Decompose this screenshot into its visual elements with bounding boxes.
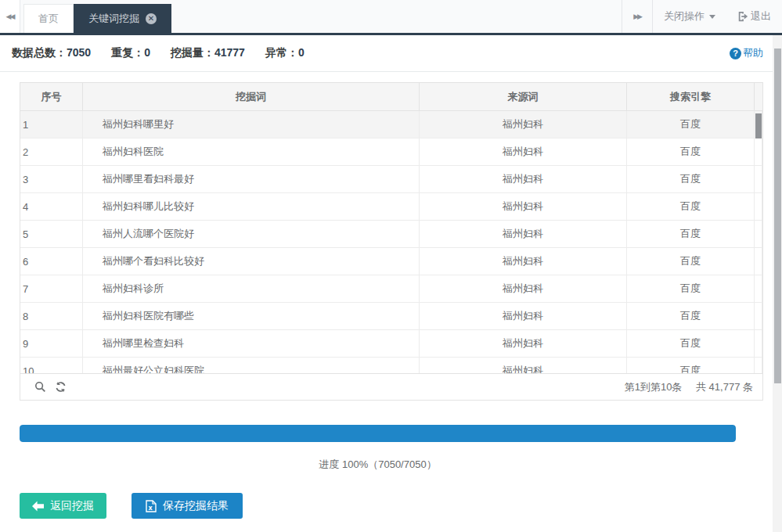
close-operations-dropdown[interactable]: 关闭操作 [653, 0, 726, 33]
cell-source: 福州妇科 [420, 275, 627, 302]
table-row[interactable]: 4 福州妇科哪儿比较好 福州妇科 百度 [20, 193, 762, 221]
cell-source: 福州妇科 [420, 138, 627, 165]
cell-keyword: 福州哪个看妇科比较好 [83, 248, 420, 275]
main-content: 序号 挖掘词 来源词 搜索引擎 1 福州妇科哪里好 福州妇科 百度 2 福州妇科… [0, 72, 782, 519]
cell-spacer [755, 358, 762, 374]
cell-engine: 百度 [627, 275, 755, 302]
cell-source: 福州妇科 [420, 221, 627, 247]
page-scrollbar-thumb[interactable] [774, 49, 781, 383]
table-header-row: 序号 挖掘词 来源词 搜索引擎 [20, 83, 762, 111]
cell-spacer [755, 166, 762, 192]
cell-source: 福州妇科 [420, 111, 627, 138]
save-results-label: 保存挖掘结果 [163, 499, 229, 513]
cell-engine: 百度 [627, 330, 755, 357]
progress-bar-fill [20, 425, 736, 442]
action-buttons: 返回挖掘 x 保存挖掘结果 [20, 493, 763, 519]
cell-keyword: 福州最好公立妇科医院 [83, 358, 420, 374]
column-header-source[interactable]: 来源词 [420, 83, 627, 110]
pagination-total: 共 41,777 条 [696, 381, 753, 393]
tab-keyword-mining[interactable]: 关键词挖掘 ✕ [74, 4, 171, 33]
back-to-mining-button[interactable]: 返回挖掘 [20, 493, 106, 519]
stat-abnormal: 异常：0 [265, 46, 305, 60]
cell-spacer [755, 221, 762, 247]
cell-engine: 百度 [627, 166, 755, 192]
cell-engine: 百度 [627, 193, 755, 220]
page-scrollbar-track[interactable] [773, 35, 782, 532]
cell-spacer [755, 193, 762, 220]
excel-file-icon: x [146, 500, 157, 512]
cell-no: 4 [20, 193, 83, 220]
back-to-mining-label: 返回挖掘 [50, 499, 94, 513]
cell-no: 10 [20, 358, 83, 374]
help-link[interactable]: ? 帮助 [730, 46, 763, 60]
pagination-range: 第1到第10条 [625, 381, 683, 393]
table-scrollbar-thumb[interactable] [755, 113, 762, 138]
cell-engine: 百度 [627, 111, 755, 138]
cell-keyword: 福州妇科哪里好 [83, 111, 420, 138]
table-row[interactable]: 10 福州最好公立妇科医院 福州妇科 百度 [20, 358, 762, 374]
tab-bar: ◀◀ 首页 关键词挖掘 ✕ ▶▶ 关闭操作 退出 [0, 0, 782, 35]
cell-no: 8 [20, 303, 83, 329]
cell-engine: 百度 [627, 138, 755, 165]
cell-keyword: 福州妇科医院 [83, 138, 420, 165]
save-results-button[interactable]: x 保存挖掘结果 [132, 493, 243, 519]
table-row[interactable]: 6 福州哪个看妇科比较好 福州妇科 百度 [20, 248, 762, 275]
cell-no: 6 [20, 248, 83, 275]
pagination-bar: 第1到第10条 共 41,777 条 [20, 374, 763, 401]
cell-no: 7 [20, 275, 83, 302]
cell-spacer [755, 248, 762, 275]
table-row[interactable]: 1 福州妇科哪里好 福州妇科 百度 [20, 111, 762, 138]
tabs: 首页 关键词挖掘 ✕ [23, 0, 171, 33]
cell-no: 9 [20, 330, 83, 357]
table-body: 1 福州妇科哪里好 福州妇科 百度 2 福州妇科医院 福州妇科 百度 3 福州哪… [20, 111, 762, 374]
table-row[interactable]: 3 福州哪里看妇科最好 福州妇科 百度 [20, 166, 762, 193]
tab-home[interactable]: 首页 [23, 4, 74, 33]
tab-keyword-mining-label: 关键词挖掘 [88, 12, 139, 26]
tab-close-icon[interactable]: ✕ [146, 13, 157, 24]
refresh-icon[interactable] [50, 379, 70, 396]
stat-total: 数据总数：7050 [12, 46, 91, 60]
stat-duplicate: 重复：0 [111, 46, 150, 60]
cell-spacer [755, 138, 762, 165]
stat-mined: 挖掘量：41777 [171, 46, 245, 60]
results-table: 序号 挖掘词 来源词 搜索引擎 1 福州妇科哪里好 福州妇科 百度 2 福州妇科… [20, 82, 763, 374]
stats-bar: 数据总数：7050 重复：0 挖掘量：41777 异常：0 ? 帮助 [0, 35, 782, 72]
question-circle-icon: ? [730, 48, 741, 59]
tabs-scroll-left-icon[interactable]: ◀◀ [0, 0, 20, 33]
progress-bar-track [20, 425, 736, 442]
table-row[interactable]: 8 福州妇科医院有哪些 福州妇科 百度 [20, 303, 762, 330]
column-header-engine[interactable]: 搜索引擎 [627, 83, 755, 110]
cell-source: 福州妇科 [420, 330, 627, 357]
cell-no: 3 [20, 166, 83, 192]
table-row[interactable]: 9 福州哪里检查妇科 福州妇科 百度 [20, 330, 762, 358]
table-row[interactable]: 7 福州妇科诊所 福州妇科 百度 [20, 275, 762, 303]
cell-keyword: 福州妇科医院有哪些 [83, 303, 420, 329]
cell-source: 福州妇科 [420, 303, 627, 329]
cell-keyword: 福州哪里检查妇科 [83, 330, 420, 357]
column-header-no[interactable]: 序号 [20, 83, 83, 110]
tab-bar-right: ▶▶ 关闭操作 退出 [622, 0, 782, 33]
tabs-scroll-right-icon[interactable]: ▶▶ [622, 0, 653, 33]
table-row[interactable]: 2 福州妇科医院 福州妇科 百度 [20, 138, 762, 166]
cell-source: 福州妇科 [420, 166, 627, 192]
cell-engine: 百度 [627, 248, 755, 275]
cell-source: 福州妇科 [420, 193, 627, 220]
tab-home-label: 首页 [38, 12, 59, 26]
progress-label: 进度 100%（7050/7050） [20, 458, 736, 472]
cell-keyword: 福州人流哪个医院好 [83, 221, 420, 247]
search-icon[interactable] [30, 379, 50, 396]
cell-engine: 百度 [627, 303, 755, 329]
cell-source: 福州妇科 [420, 358, 627, 374]
cell-spacer [755, 275, 762, 302]
chevron-down-icon [709, 15, 715, 19]
sign-out-icon [737, 11, 748, 22]
exit-button[interactable]: 退出 [726, 0, 782, 33]
cell-keyword: 福州妇科哪儿比较好 [83, 193, 420, 220]
column-header-keyword[interactable]: 挖掘词 [83, 83, 420, 110]
help-label: 帮助 [743, 46, 763, 60]
cell-no: 5 [20, 221, 83, 247]
cell-spacer [755, 330, 762, 357]
cell-keyword: 福州哪里看妇科最好 [83, 166, 420, 192]
cell-engine: 百度 [627, 221, 755, 247]
table-row[interactable]: 5 福州人流哪个医院好 福州妇科 百度 [20, 221, 762, 248]
